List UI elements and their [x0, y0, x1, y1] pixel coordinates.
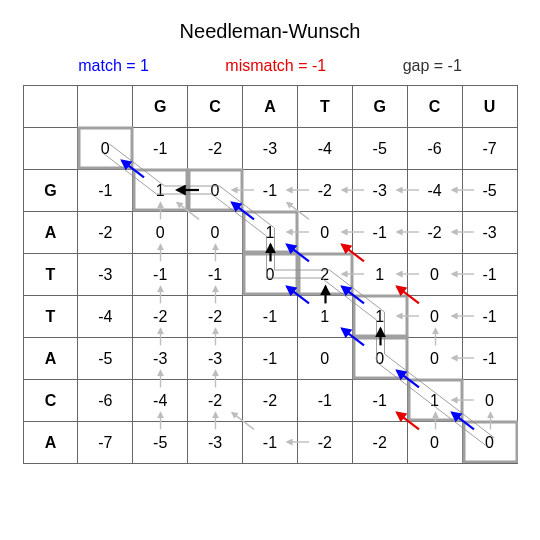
dp-cell: -1 [462, 338, 517, 380]
row-header: T [23, 296, 78, 338]
dp-cell: -1 [243, 338, 298, 380]
dp-cell: -3 [188, 422, 243, 464]
scoring-legend: match = 1 mismatch = -1 gap = -1 [20, 57, 520, 75]
dp-cell: -2 [352, 422, 407, 464]
col-header: A [243, 86, 298, 128]
col-header: C [407, 86, 462, 128]
dp-cell: 1 [133, 170, 188, 212]
row-header: A [23, 212, 78, 254]
dp-cell: -5 [133, 422, 188, 464]
dp-cell: -1 [462, 254, 517, 296]
col-header: C [188, 86, 243, 128]
dp-cell: -1 [462, 296, 517, 338]
col-header: G [133, 86, 188, 128]
row-header: C [23, 380, 78, 422]
dp-cell: -2 [297, 422, 352, 464]
legend-match: match = 1 [78, 57, 149, 75]
row-header: T [23, 254, 78, 296]
dp-cell: -3 [78, 254, 133, 296]
col-header: G [352, 86, 407, 128]
col-header: U [462, 86, 517, 128]
dp-cell: -2 [133, 296, 188, 338]
dp-cell: 0 [407, 422, 462, 464]
dp-cell: 2 [297, 254, 352, 296]
dp-grid-wrap: GCATGCU0-1-2-3-4-5-6-7G-110-1-2-3-4-5A-2… [23, 85, 518, 464]
legend-gap: gap = -1 [403, 57, 462, 75]
dp-cell: -2 [188, 380, 243, 422]
dp-cell: 0 [78, 128, 133, 170]
dp-cell: -2 [78, 212, 133, 254]
row-header: G [23, 170, 78, 212]
col-header [78, 86, 133, 128]
row-header [23, 128, 78, 170]
dp-cell: -3 [188, 338, 243, 380]
dp-cell: 0 [188, 212, 243, 254]
dp-cell: 1 [297, 296, 352, 338]
dp-cell: -4 [133, 380, 188, 422]
dp-cell: 0 [352, 338, 407, 380]
dp-cell: -5 [462, 170, 517, 212]
dp-cell: -7 [78, 422, 133, 464]
dp-cell: -1 [297, 380, 352, 422]
dp-cell: -1 [243, 170, 298, 212]
dp-cell: 1 [352, 296, 407, 338]
dp-cell: 0 [297, 212, 352, 254]
dp-matrix-table: GCATGCU0-1-2-3-4-5-6-7G-110-1-2-3-4-5A-2… [23, 85, 518, 464]
row-header: A [23, 422, 78, 464]
dp-cell: 0 [407, 296, 462, 338]
dp-cell: -1 [243, 422, 298, 464]
dp-cell: -6 [407, 128, 462, 170]
dp-cell: -2 [188, 128, 243, 170]
dp-cell: -7 [462, 128, 517, 170]
dp-cell: -1 [352, 212, 407, 254]
dp-cell: -4 [78, 296, 133, 338]
dp-cell: -3 [462, 212, 517, 254]
legend-mismatch: mismatch = -1 [225, 57, 326, 75]
dp-cell: 0 [297, 338, 352, 380]
dp-cell: 1 [407, 380, 462, 422]
dp-cell: -1 [78, 170, 133, 212]
dp-cell: -1 [352, 380, 407, 422]
dp-cell: -3 [243, 128, 298, 170]
dp-cell: -3 [352, 170, 407, 212]
page-title: Needleman-Wunsch [20, 20, 520, 43]
dp-cell: -1 [188, 254, 243, 296]
dp-cell: 0 [462, 380, 517, 422]
dp-cell: 0 [243, 254, 298, 296]
row-header: A [23, 338, 78, 380]
dp-cell: 0 [407, 338, 462, 380]
dp-cell: -3 [133, 338, 188, 380]
dp-cell: 0 [133, 212, 188, 254]
dp-cell: -4 [297, 128, 352, 170]
dp-cell: -2 [297, 170, 352, 212]
dp-cell: -1 [133, 254, 188, 296]
col-header [23, 86, 78, 128]
dp-cell: -2 [243, 380, 298, 422]
dp-cell: 0 [188, 170, 243, 212]
dp-cell: -1 [133, 128, 188, 170]
dp-cell: -6 [78, 380, 133, 422]
col-header: T [297, 86, 352, 128]
dp-cell: -5 [352, 128, 407, 170]
dp-cell: 1 [243, 212, 298, 254]
dp-cell: 0 [407, 254, 462, 296]
dp-cell: -4 [407, 170, 462, 212]
dp-cell: -2 [407, 212, 462, 254]
dp-cell: 0 [462, 422, 517, 464]
dp-cell: -5 [78, 338, 133, 380]
dp-cell: -1 [243, 296, 298, 338]
dp-cell: -2 [188, 296, 243, 338]
dp-cell: 1 [352, 254, 407, 296]
